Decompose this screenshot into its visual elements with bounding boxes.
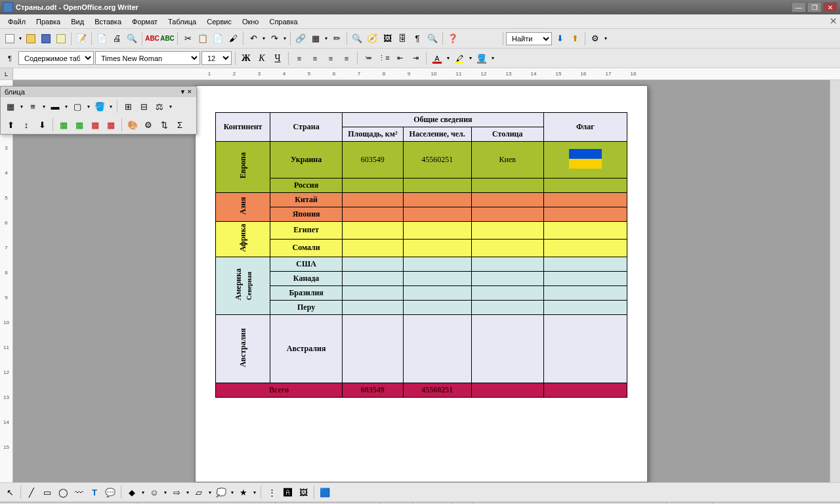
text-tool-button[interactable]: T (87, 485, 102, 499)
cell-continent-australia[interactable]: Австралия (216, 314, 270, 383)
cell-country[interactable]: Япония (270, 207, 343, 222)
paste-button[interactable]: 📄 (211, 32, 225, 46)
maximize-button[interactable]: ❐ (807, 2, 822, 12)
bg-color-dropdown[interactable]: ▾ (490, 55, 495, 61)
cell-total-pop[interactable]: 45560251 (403, 383, 471, 398)
delete-col-button[interactable]: ▦ (104, 117, 118, 132)
align-justify-button[interactable]: ≡ (339, 51, 354, 66)
cell-country[interactable]: Сомали (270, 239, 343, 257)
optimize-button[interactable]: ⚖ (152, 99, 167, 114)
copy-button[interactable]: 📋 (196, 32, 210, 46)
open-button[interactable] (24, 32, 38, 46)
print-preview-button[interactable]: 🔍 (125, 32, 139, 46)
cell-flag-ukraine[interactable] (543, 142, 627, 178)
menu-help[interactable]: Справка (264, 16, 303, 27)
cell-country[interactable]: Перу (270, 300, 343, 314)
basic-shapes-button[interactable]: ◆ (125, 485, 139, 499)
table-panel-title[interactable]: блица ▼ ✕ (1, 87, 196, 97)
cell-country[interactable]: Бразилия (270, 285, 343, 300)
email-button[interactable] (54, 32, 68, 46)
symbol-shapes-button[interactable]: ☺ (147, 485, 161, 499)
cell-pop[interactable]: 45560251 (403, 142, 471, 178)
valign-mid-button[interactable]: ↕ (19, 117, 33, 132)
cell-country[interactable]: Австралия (270, 314, 343, 383)
cell-total-area[interactable]: 603549 (343, 383, 404, 398)
panel-dropdown-icon[interactable]: ▼ (180, 89, 186, 95)
header-general[interactable]: Общие сведения (343, 113, 544, 127)
export-pdf-button[interactable]: 📄 (94, 32, 109, 46)
nonprint-button[interactable]: ¶ (410, 32, 425, 46)
highlight-button[interactable]: 🖍 (452, 51, 467, 66)
font-color-dropdown[interactable]: ▾ (446, 55, 451, 61)
page[interactable]: Континент Страна Общие сведения Флаг Пло… (195, 85, 648, 482)
numbering-button[interactable]: ≔ (361, 51, 375, 66)
vertical-ruler[interactable]: 1 2 3 4 5 6 7 8 9 10 11 12 13 14 15 (0, 80, 13, 482)
cell-country[interactable]: Канада (270, 271, 343, 285)
header-capital[interactable]: Столица (471, 127, 543, 142)
gallery-button[interactable]: 🖼 (380, 32, 394, 46)
select-tool-button[interactable]: ↖ (3, 485, 17, 499)
table-props-button[interactable]: ⚙ (141, 117, 156, 132)
highlight-dropdown[interactable]: ▾ (468, 55, 473, 61)
arrow-shapes-button[interactable]: ⇨ (169, 485, 184, 499)
indent-inc-button[interactable]: ⇥ (408, 51, 423, 66)
menu-window[interactable]: Окно (237, 16, 264, 27)
points-button[interactable]: ⋮ (264, 485, 279, 499)
ellipse-tool-button[interactable]: ◯ (56, 485, 70, 499)
datasource-button[interactable]: 🗄 (395, 32, 410, 46)
table-dropdown[interactable]: ▾ (324, 35, 329, 41)
line-tool-button[interactable]: ╱ (24, 485, 39, 499)
paragraph-style-combo[interactable]: Содержимое таблицы (18, 51, 94, 65)
from-file-button[interactable]: 🖼 (296, 485, 310, 499)
delete-row-button[interactable]: ▦ (88, 117, 102, 132)
menu-tools[interactable]: Сервис (201, 16, 237, 27)
edit-doc-button[interactable]: 📝 (74, 32, 89, 46)
line-color-button[interactable]: ▬ (48, 99, 62, 114)
font-size-combo[interactable]: 12 (201, 51, 232, 65)
show-draw-button[interactable]: ✏ (329, 32, 344, 46)
valign-top-button[interactable]: ⬆ (3, 117, 18, 132)
styles-button[interactable]: ¶ (3, 51, 17, 66)
document-table[interactable]: Континент Страна Общие сведения Флаг Пло… (215, 112, 627, 398)
close-button[interactable]: ✕ (823, 2, 837, 12)
font-name-combo[interactable]: Times New Roman (95, 51, 200, 65)
document-area[interactable]: Континент Страна Общие сведения Флаг Пло… (13, 80, 830, 482)
freeform-tool-button[interactable]: 〰 (72, 485, 86, 499)
callout-shapes-button[interactable]: 💭 (214, 485, 228, 499)
header-continent[interactable]: Континент (216, 113, 270, 142)
align-right-button[interactable]: ≡ (324, 51, 338, 66)
print-button[interactable]: 🖨 (110, 32, 124, 46)
italic-button[interactable]: К (255, 51, 269, 66)
callout-tool-button[interactable]: 💬 (103, 485, 117, 499)
menu-table[interactable]: Таблица (163, 16, 201, 27)
close-document-button[interactable]: ✕ (830, 16, 837, 26)
vertical-scrollbar[interactable] (830, 80, 840, 482)
undo-button[interactable]: ↶ (246, 32, 261, 46)
header-population[interactable]: Население, чел. (403, 127, 471, 142)
table-insert-button[interactable]: ▦ (3, 99, 18, 114)
flowchart-shapes-button[interactable]: ▱ (192, 485, 206, 499)
merge-cells-button[interactable]: ⊞ (121, 99, 135, 114)
menu-insert[interactable]: Вставка (89, 16, 127, 27)
cell-continent-asia[interactable]: Азия (216, 193, 270, 222)
sum-button[interactable]: Σ (173, 117, 187, 132)
save-button[interactable] (39, 32, 53, 46)
extrusion-button[interactable]: 🟦 (318, 485, 332, 499)
cell-continent-africa[interactable]: Африка (216, 222, 270, 257)
help-button[interactable]: ❓ (446, 32, 460, 46)
split-cells-button[interactable]: ⊟ (136, 99, 151, 114)
borders-button[interactable]: ▢ (70, 99, 85, 114)
find-next-button[interactable]: ⬇ (553, 32, 567, 46)
zoom-button[interactable]: 🔍 (425, 32, 440, 46)
redo-button[interactable]: ↷ (267, 32, 282, 46)
cell-continent-america[interactable]: Америка Северная (216, 257, 270, 314)
cell-country[interactable]: Египет (270, 222, 343, 240)
line-style-button[interactable]: ≡ (26, 99, 40, 114)
format-paint-button[interactable]: 🖌 (226, 32, 240, 46)
menu-view[interactable]: Вид (66, 16, 89, 27)
align-left-button[interactable]: ≡ (292, 51, 306, 66)
cut-button[interactable]: ✂ (180, 32, 195, 46)
menu-edit[interactable]: Правка (31, 16, 66, 27)
spellcheck-button[interactable]: ABC (145, 32, 159, 46)
cell-country[interactable]: Россия (270, 178, 343, 193)
